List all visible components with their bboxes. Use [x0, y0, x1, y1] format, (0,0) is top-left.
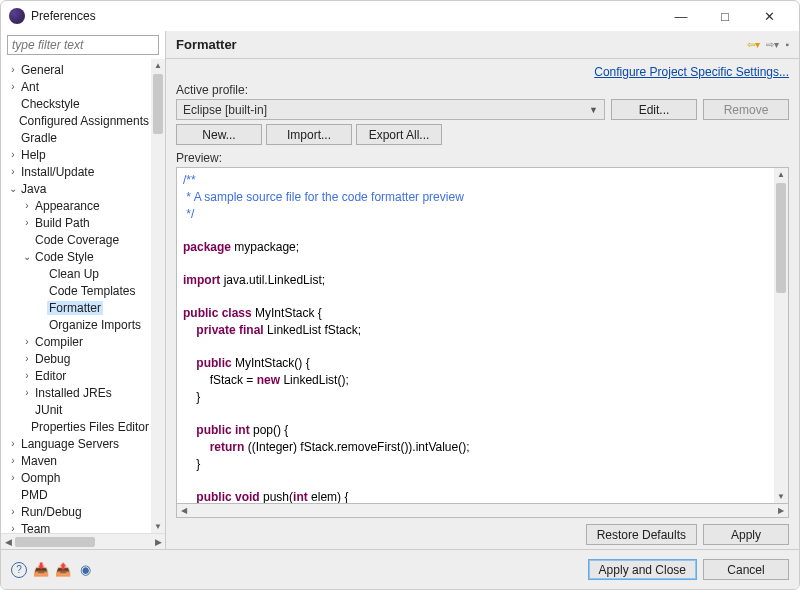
tree-item-configured-assignments[interactable]: ·Configured Assignments	[3, 112, 151, 129]
expand-icon[interactable]: ›	[21, 217, 33, 228]
scroll-thumb[interactable]	[776, 183, 786, 293]
active-profile-label: Active profile:	[176, 83, 789, 97]
tree-item-build-path[interactable]: ›Build Path	[3, 214, 151, 231]
expand-icon[interactable]: ›	[21, 336, 33, 347]
expand-icon[interactable]: ›	[7, 64, 19, 75]
tree-item-appearance[interactable]: ›Appearance	[3, 197, 151, 214]
edit-button[interactable]: Edit...	[611, 99, 697, 120]
tree-item-checkstyle[interactable]: ·Checkstyle	[3, 95, 151, 112]
active-profile-dropdown[interactable]: Eclipse [built-in] ▼	[176, 99, 605, 120]
tree-item-junit[interactable]: ·JUnit	[3, 401, 151, 418]
tree-item-label: Configured Assignments	[17, 114, 151, 128]
tree-item-install-update[interactable]: ›Install/Update	[3, 163, 151, 180]
hscroll-thumb[interactable]	[15, 537, 95, 547]
tree-item-java[interactable]: ⌄Java	[3, 180, 151, 197]
restore-defaults-button[interactable]: Restore Defaults	[586, 524, 697, 545]
export-all-button[interactable]: Export All...	[356, 124, 442, 145]
scroll-down-icon[interactable]: ▼	[777, 490, 785, 503]
collapse-icon[interactable]: ⌄	[7, 183, 19, 194]
expand-icon[interactable]: ›	[7, 166, 19, 177]
import-prefs-icon[interactable]: 📥	[33, 562, 49, 578]
tree-hscrollbar[interactable]: ◀ ▶	[1, 533, 165, 549]
tree-item-editor[interactable]: ›Editor	[3, 367, 151, 384]
preferences-tree[interactable]: ›General›Ant·Checkstyle·Configured Assig…	[1, 59, 151, 533]
scroll-right-icon[interactable]: ▶	[151, 537, 165, 547]
close-button[interactable]: ✕	[747, 1, 791, 31]
dialog-footer: ? 📥 📤 ◉ Apply and Close Cancel	[1, 549, 799, 589]
tree-item-team[interactable]: ›Team	[3, 520, 151, 533]
tree-item-label: Ant	[19, 80, 41, 94]
expand-icon[interactable]: ›	[21, 370, 33, 381]
maximize-button[interactable]: □	[703, 1, 747, 31]
cancel-button[interactable]: Cancel	[703, 559, 789, 580]
scroll-right-icon[interactable]: ▶	[774, 506, 788, 515]
tree-item-label: Install/Update	[19, 165, 96, 179]
apply-button[interactable]: Apply	[703, 524, 789, 545]
tree-item-label: Editor	[33, 369, 68, 383]
tree-item-label: PMD	[19, 488, 50, 502]
tree-item-code-coverage[interactable]: ·Code Coverage	[3, 231, 151, 248]
tree-item-gradle[interactable]: ·Gradle	[3, 129, 151, 146]
expand-icon[interactable]: ›	[21, 387, 33, 398]
tree-item-label: Team	[19, 522, 52, 534]
tree-item-formatter[interactable]: ·Formatter	[3, 299, 151, 316]
scroll-left-icon[interactable]: ◀	[177, 506, 191, 515]
tree-scrollbar[interactable]: ▲ ▼	[151, 59, 165, 533]
tree-item-maven[interactable]: ›Maven	[3, 452, 151, 469]
export-prefs-icon[interactable]: 📤	[55, 562, 71, 578]
nav-menu-icon[interactable]: ▪	[785, 39, 789, 50]
tree-item-help[interactable]: ›Help	[3, 146, 151, 163]
tree-item-debug[interactable]: ›Debug	[3, 350, 151, 367]
app-icon	[9, 8, 25, 24]
project-settings-link[interactable]: Configure Project Specific Settings...	[594, 65, 789, 79]
tree-item-language-servers[interactable]: ›Language Servers	[3, 435, 151, 452]
help-icon[interactable]: ?	[11, 562, 27, 578]
scroll-left-icon[interactable]: ◀	[1, 537, 15, 547]
tree-item-oomph[interactable]: ›Oomph	[3, 469, 151, 486]
record-icon[interactable]: ◉	[77, 562, 93, 578]
import-button[interactable]: Import...	[266, 124, 352, 145]
tree-item-compiler[interactable]: ›Compiler	[3, 333, 151, 350]
expand-icon[interactable]: ›	[7, 81, 19, 92]
nav-back-icon[interactable]: ⇦▾	[747, 39, 760, 50]
tree-item-run-debug[interactable]: ›Run/Debug	[3, 503, 151, 520]
preview-label: Preview:	[176, 151, 789, 165]
scroll-thumb[interactable]	[153, 74, 163, 134]
content-panel: Formatter ⇦▾ ⇨▾ ▪ Configure Project Spec…	[166, 31, 799, 549]
tree-item-installed-jres[interactable]: ›Installed JREs	[3, 384, 151, 401]
tree-item-code-style[interactable]: ⌄Code Style	[3, 248, 151, 265]
tree-item-label: Java	[19, 182, 48, 196]
scroll-up-icon[interactable]: ▲	[777, 168, 785, 181]
tree-item-general[interactable]: ›General	[3, 61, 151, 78]
expand-icon[interactable]: ›	[21, 200, 33, 211]
scroll-down-icon[interactable]: ▼	[154, 520, 162, 533]
apply-and-close-button[interactable]: Apply and Close	[588, 559, 697, 580]
preview-hscrollbar[interactable]: ◀ ▶	[176, 504, 789, 518]
nav-forward-icon[interactable]: ⇨▾	[766, 39, 779, 50]
expand-icon[interactable]: ›	[7, 523, 19, 533]
filter-input[interactable]	[7, 35, 159, 55]
tree-item-label: Oomph	[19, 471, 62, 485]
scroll-up-icon[interactable]: ▲	[154, 59, 162, 72]
tree-item-organize-imports[interactable]: ·Organize Imports	[3, 316, 151, 333]
tree-item-properties-files-editor[interactable]: ·Properties Files Editor	[3, 418, 151, 435]
tree-item-label: Code Templates	[47, 284, 138, 298]
tree-item-label: Help	[19, 148, 48, 162]
expand-icon[interactable]: ›	[7, 506, 19, 517]
expand-icon[interactable]: ›	[7, 472, 19, 483]
preview-vscrollbar[interactable]: ▲ ▼	[774, 168, 788, 503]
tree-item-pmd[interactable]: ·PMD	[3, 486, 151, 503]
tree-item-ant[interactable]: ›Ant	[3, 78, 151, 95]
tree-item-clean-up[interactable]: ·Clean Up	[3, 265, 151, 282]
tree-item-code-templates[interactable]: ·Code Templates	[3, 282, 151, 299]
expand-icon[interactable]: ›	[21, 353, 33, 364]
sidebar: ›General›Ant·Checkstyle·Configured Assig…	[1, 31, 166, 549]
tree-item-label: Maven	[19, 454, 59, 468]
expand-icon[interactable]: ›	[7, 455, 19, 466]
collapse-icon[interactable]: ⌄	[21, 251, 33, 262]
tree-item-label: Clean Up	[47, 267, 101, 281]
new-button[interactable]: New...	[176, 124, 262, 145]
expand-icon[interactable]: ›	[7, 149, 19, 160]
minimize-button[interactable]: —	[659, 1, 703, 31]
expand-icon[interactable]: ›	[7, 438, 19, 449]
